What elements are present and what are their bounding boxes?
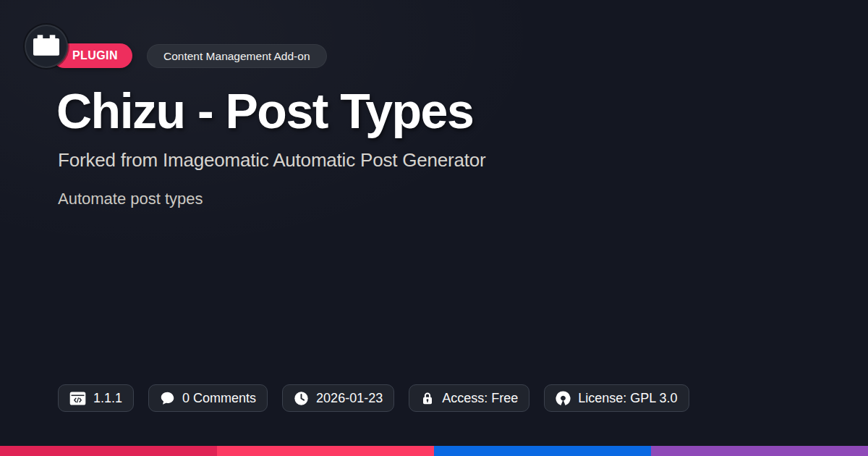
date-badge-label: 2026-01-23 <box>316 391 383 406</box>
comments-badge-label: 0 Comments <box>182 391 256 406</box>
stripe-segment-purple <box>651 446 868 456</box>
category-badge: Content Management Add-on <box>147 44 327 68</box>
comment-icon <box>160 391 175 406</box>
plugin-logo-circle <box>25 25 68 68</box>
version-badge-label: 1.1.1 <box>93 391 122 406</box>
footer-color-stripe <box>0 446 868 456</box>
version-badge: 1.1.1 <box>58 384 134 412</box>
access-badge-label: Access: Free <box>442 391 518 406</box>
clock-icon <box>294 391 309 406</box>
stripe-segment-blue <box>434 446 651 456</box>
code-version-icon <box>69 392 86 405</box>
category-badge-label: Content Management Add-on <box>163 50 310 63</box>
meta-badge-row: 1.1.1 0 Comments 2026-01-23 <box>58 384 689 412</box>
description: Automate post types <box>58 190 203 208</box>
plugin-type-badge-label: PLUGIN <box>72 49 118 62</box>
license-badge-label: License: GPL 3.0 <box>578 391 677 406</box>
lock-icon <box>420 391 435 406</box>
stripe-segment-crimson <box>0 446 217 456</box>
social-card: PLUGIN Content Management Add-on Chizu -… <box>0 0 868 456</box>
stripe-segment-pink <box>217 446 434 456</box>
license-badge: License: GPL 3.0 <box>544 384 689 412</box>
date-badge: 2026-01-23 <box>282 384 394 412</box>
osi-license-icon <box>556 391 571 406</box>
subtitle: Forked from Imageomatic Automatic Post G… <box>58 149 486 172</box>
page-title: Chizu - Post Types <box>56 83 473 139</box>
comments-badge: 0 Comments <box>148 384 268 412</box>
plugin-brick-icon <box>33 35 59 59</box>
access-badge: Access: Free <box>409 384 529 412</box>
